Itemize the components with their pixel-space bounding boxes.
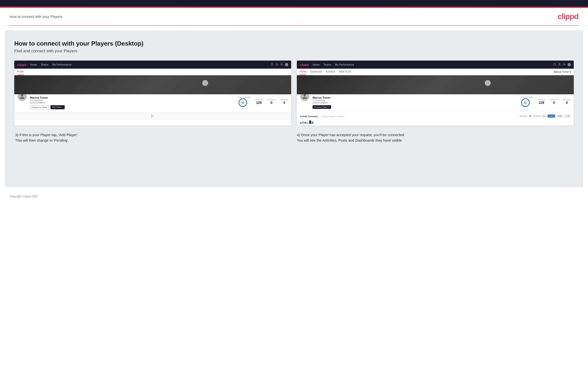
bar-1 <box>300 122 302 124</box>
mock-player-handicap-left: 1-5 Handicap <box>30 99 236 101</box>
mock-tabs-right-name[interactable]: Marcus Turner ▾ <box>554 71 571 73</box>
svg-point-4 <box>151 115 152 116</box>
mock-player-location-left: United Kingdom <box>30 101 236 104</box>
mock-stat-following-right: Following 0 <box>563 99 571 105</box>
mock-nav-right: clippd Home Teams My Performance <box>297 61 574 69</box>
mock-logo-right: clippd <box>300 63 309 67</box>
mock-activity-right: Activity Summary Monthly Activity · 6 Mo… <box>297 112 574 126</box>
user-icon-left <box>276 62 278 67</box>
mock-profile-section-left: Marcus Turner 1-5 Handicap United Kingdo… <box>14 94 291 112</box>
remove-player-button[interactable]: Remove Player × <box>312 105 331 109</box>
svg-point-5 <box>151 117 152 118</box>
mock-nav-right-left <box>271 62 288 67</box>
mock-hero-left <box>14 75 291 94</box>
caption-right: 4) Once your Player has accepted your re… <box>297 132 573 143</box>
activity-title: Activity Summary <box>300 115 318 117</box>
scissors-icon <box>151 114 155 119</box>
oncourse-legend-dot <box>516 115 518 117</box>
svg-line-7 <box>153 117 154 117</box>
activities-label-left: Activities <box>255 99 263 101</box>
bar-5 <box>309 120 311 124</box>
mock-stat-quality-right: Player Quality 92 <box>521 96 533 107</box>
mock-tab-activities-right[interactable]: Activities <box>326 69 335 75</box>
followers-value-right: 0 <box>550 101 558 105</box>
activities-value-right: 129 <box>537 101 545 105</box>
mock-nav-performance-left: My Performance <box>52 63 72 66</box>
quality-ring-left: 92 <box>239 98 247 107</box>
quality-label-left: Player Quality <box>239 96 251 98</box>
mock-logo-left: clippd <box>17 63 26 67</box>
svg-line-10 <box>555 65 556 65</box>
mock-player-handicap-right: 1-5 Handicap <box>312 99 518 101</box>
mock-stat-followers-left: Followers 0 <box>267 99 276 105</box>
avatar-svg-left <box>19 94 25 99</box>
main-content: How to connect with your Players (Deskto… <box>5 30 583 187</box>
mock-profile-info-right: Marcus Turner 1-5 Handicap United Kingdo… <box>312 96 518 109</box>
time-3mths-button[interactable]: 3 mths <box>556 115 563 117</box>
mock-stat-followers-right: Followers 0 <box>550 99 558 105</box>
mock-nav-performance-right: My Performance <box>335 63 354 66</box>
svg-line-1 <box>273 65 273 65</box>
copyright-text: Copyright Clippd 2022 <box>9 195 38 198</box>
request-follow-button[interactable]: Request to Follow <box>30 105 49 109</box>
mock-tabs-right-items: Profile Dashboard Activities What To On <box>300 69 351 75</box>
scissors-area <box>14 112 291 121</box>
offcourse-legend-dot <box>529 115 531 117</box>
mock-buttons-right: Remove Player × <box>312 105 518 109</box>
svg-point-3 <box>281 64 282 65</box>
mock-profile-section-right: Marcus Turner 1-5 Handicap United Kingdo… <box>297 94 574 112</box>
mock-player-location-right: United Kingdom <box>312 101 518 104</box>
page-heading: How to connect with your Players (Deskto… <box>14 40 574 47</box>
mock-nav-icons-right <box>553 62 571 67</box>
mock-tabs-left: Profile <box>14 69 291 75</box>
mock-stat-activities-left: Activities 129 <box>255 99 263 105</box>
caption-right-text: 4) Once your Player has accepted your re… <box>297 132 573 143</box>
activities-label-right: Activities <box>537 99 545 101</box>
bar-4 <box>307 123 309 124</box>
mock-hero-right <box>297 75 574 94</box>
activity-chart <box>300 119 571 124</box>
avatar-svg-right <box>302 94 308 99</box>
time-1yr-button[interactable]: 1 yr <box>542 115 547 117</box>
following-value-right: 0 <box>563 101 571 105</box>
mock-stat-quality-left: Player Quality 92 <box>239 96 251 107</box>
time-1mth-button[interactable]: 1 mth <box>564 115 571 117</box>
mock-stat-activities-right: Activities 129 <box>537 99 545 105</box>
search-icon-right <box>553 62 556 67</box>
mock-activity-header: Activity Summary Monthly Activity · 6 Mo… <box>300 114 571 118</box>
mock-tabs-right: Profile Dashboard Activities What To On … <box>297 69 574 75</box>
mock-player-name-left: Marcus Turner <box>30 96 236 99</box>
time-6mths-button[interactable]: 6 mths <box>548 115 555 117</box>
following-label-left: Following <box>280 99 288 101</box>
screenshot-right: clippd Home Teams My Performance <box>297 61 574 126</box>
bar-3 <box>304 122 306 124</box>
quality-label-right: Player Quality <box>521 96 533 98</box>
search-icon-left <box>271 62 274 67</box>
mock-tab-dashboard-right[interactable]: Dashboard <box>310 69 322 75</box>
offcourse-legend-label: Off course <box>533 115 541 117</box>
quality-ring-right: 92 <box>521 98 530 107</box>
bar-2 <box>302 121 304 124</box>
mock-nav-teams-left: Teams <box>41 63 49 66</box>
mock-tab-whatton-right[interactable]: What To On <box>339 69 352 75</box>
svg-point-12 <box>564 64 565 65</box>
following-value-left: 0 <box>280 101 288 105</box>
caption-left-text: 3) If this is your Player tap, 'Add Play… <box>15 132 291 143</box>
mock-stat-following-left: Following 0 <box>280 99 288 105</box>
avatar-icon-right <box>568 63 571 66</box>
page-subheading: Find and connect with your Players <box>14 49 574 53</box>
settings-icon-right <box>563 62 566 67</box>
mock-tabs-left-items: Profile <box>17 69 24 75</box>
add-player-button[interactable]: Add Player + <box>51 105 65 109</box>
mock-tab-profile-left[interactable]: Profile <box>17 69 24 75</box>
screenshot-left: clippd Home Teams My Performance <box>14 61 291 126</box>
svg-point-9 <box>554 63 556 65</box>
mock-nav-home-right: Home <box>312 63 320 66</box>
mock-tab-profile-right[interactable]: Profile <box>300 69 306 75</box>
caption-left: 3) If this is your Player tap, 'Add Play… <box>15 132 291 143</box>
following-label-right: Following <box>563 99 571 101</box>
oncourse-legend-label: On course <box>519 115 527 117</box>
followers-label-right: Followers <box>550 99 558 101</box>
header-divider <box>9 25 579 26</box>
mock-player-name-right: Marcus Turner <box>312 96 518 99</box>
